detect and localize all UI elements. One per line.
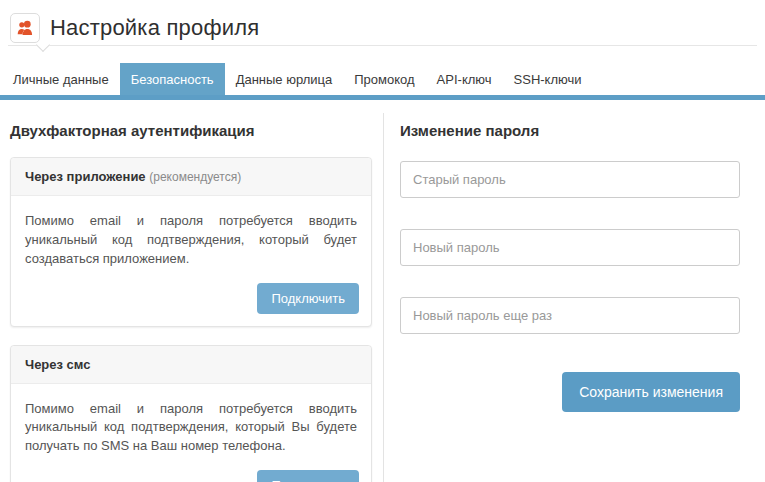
two-factor-sms-card: Через смс Помимо email и пароля потребуе… — [10, 345, 372, 482]
users-icon — [10, 13, 40, 43]
two-factor-sms-card-header: Через смс — [11, 346, 371, 384]
new-password-input[interactable] — [400, 229, 740, 266]
two-factor-sms-card-description: Помимо email и пароля потребуется вводит… — [11, 384, 371, 463]
two-factor-app-card-actions: Подключить — [11, 275, 371, 326]
new-password-repeat-input[interactable] — [400, 297, 740, 334]
page-title: Настройка профиля — [50, 15, 259, 41]
tab-personal-data[interactable]: Личные данные — [2, 63, 120, 95]
connect-app-button[interactable]: Подключить — [257, 283, 359, 314]
tab-promo-code[interactable]: Промокод — [343, 63, 425, 95]
two-factor-app-card: Через приложение (рекомендуется) Помимо … — [10, 157, 372, 327]
tab-security[interactable]: Безопасность — [120, 63, 225, 95]
connect-sms-button[interactable]: Подключить — [257, 470, 359, 482]
security-tab-content: Двухфакторная аутентификация Через прило… — [8, 100, 757, 482]
header-divider — [8, 45, 757, 46]
tab-legal-entity[interactable]: Данные юрлица — [225, 63, 344, 95]
two-factor-section: Двухфакторная аутентификация Через прило… — [8, 113, 383, 482]
tab-bar: Личные данные Безопасность Данные юрлица… — [2, 63, 757, 95]
password-change-form: Сохранить изменения — [400, 161, 740, 412]
page-header: Настройка профиля — [8, 0, 757, 44]
two-factor-app-card-title: Через приложение — [25, 169, 146, 184]
two-factor-app-card-description: Помимо email и пароля потребуется вводит… — [11, 196, 371, 275]
tab-api-key[interactable]: API-ключ — [426, 63, 503, 95]
two-factor-sms-card-actions: Подключить — [11, 462, 371, 482]
save-row: Сохранить изменения — [400, 372, 740, 412]
old-password-input[interactable] — [400, 161, 740, 198]
two-factor-heading: Двухфакторная аутентификация — [10, 113, 372, 139]
two-factor-app-card-note: (рекомендуется) — [149, 170, 241, 184]
password-change-heading: Изменение пароля — [400, 113, 740, 139]
password-change-section: Изменение пароля Сохранить изменения — [383, 113, 757, 482]
two-factor-sms-card-title: Через смс — [25, 357, 91, 372]
profile-settings-page: Настройка профиля Личные данные Безопасн… — [0, 0, 765, 482]
tab-ssh-keys[interactable]: SSH-ключи — [503, 63, 593, 95]
two-factor-app-card-header: Через приложение (рекомендуется) — [11, 158, 371, 196]
save-changes-button[interactable]: Сохранить изменения — [562, 372, 740, 412]
